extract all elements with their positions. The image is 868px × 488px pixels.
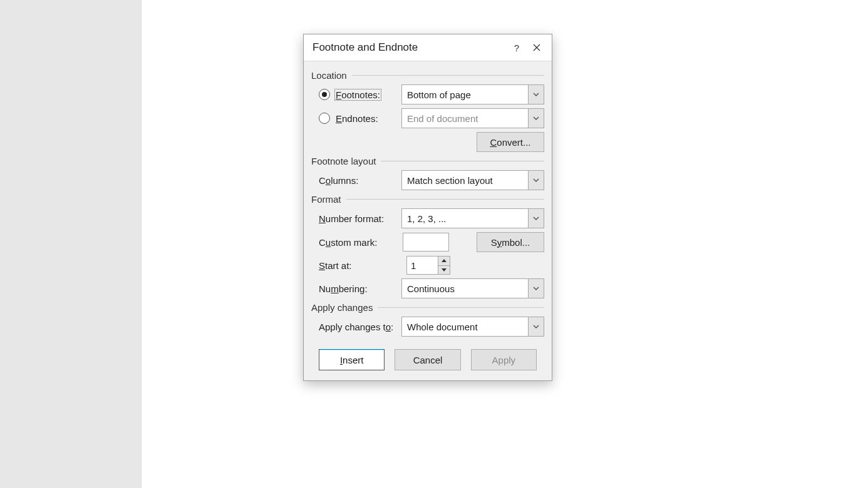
dialog-title: Footnote and Endnote xyxy=(313,41,507,54)
group-format-label: Format xyxy=(311,194,341,205)
chevron-down-icon xyxy=(533,216,539,220)
dialog-footer: Insert Cancel Apply xyxy=(311,340,544,373)
custom-mark-label: Custom mark: xyxy=(319,237,377,248)
spin-down-button[interactable] xyxy=(438,266,450,275)
footnotes-radio-label[interactable]: Footnotes: xyxy=(334,89,381,101)
footnote-endnote-dialog: Footnote and Endnote ? Location Footnote… xyxy=(303,34,552,381)
endnotes-radio-label[interactable]: Endnotes: xyxy=(334,113,380,125)
divider xyxy=(352,75,544,76)
number-format-value: 1, 2, 3, ... xyxy=(402,209,528,228)
page-margin-strip xyxy=(0,0,142,488)
chevron-down-icon xyxy=(533,287,539,290)
dropdown-button[interactable] xyxy=(528,171,544,190)
divider xyxy=(346,199,544,200)
start-at-value[interactable]: 1 xyxy=(407,257,438,274)
start-at-spinner[interactable]: 1 xyxy=(406,256,450,275)
group-apply-changes: Apply changes xyxy=(311,302,544,313)
divider xyxy=(381,161,544,161)
triangle-down-icon xyxy=(442,268,447,272)
triangle-up-icon xyxy=(442,259,447,262)
dropdown-button[interactable] xyxy=(528,209,544,228)
close-button[interactable] xyxy=(527,38,547,58)
dialog-title-bar: Footnote and Endnote ? xyxy=(304,34,552,61)
columns-value: Match section layout xyxy=(402,171,528,190)
numbering-combo[interactable]: Continuous xyxy=(401,278,544,298)
group-location-label: Location xyxy=(311,70,347,81)
symbol-button[interactable]: Symbol... xyxy=(477,232,544,252)
footnotes-location-combo[interactable]: Bottom of page xyxy=(401,84,544,104)
convert-button[interactable]: Convert... xyxy=(477,132,544,152)
footnotes-location-value: Bottom of page xyxy=(402,85,528,104)
endnotes-location-combo: End of document xyxy=(401,108,544,128)
dropdown-button[interactable] xyxy=(528,317,544,336)
insert-button[interactable]: Insert xyxy=(319,349,385,370)
help-button[interactable]: ? xyxy=(507,38,527,58)
group-footnote-layout: Footnote layout xyxy=(311,156,544,166)
divider xyxy=(378,307,544,308)
group-location: Location xyxy=(311,70,544,81)
numbering-label: Numbering: xyxy=(319,283,368,294)
dropdown-button[interactable] xyxy=(528,279,544,298)
start-at-label: Start at: xyxy=(319,260,352,271)
help-icon: ? xyxy=(514,43,519,53)
group-apply-changes-label: Apply changes xyxy=(311,302,373,313)
chevron-down-icon xyxy=(533,325,539,328)
cancel-button[interactable]: Cancel xyxy=(395,349,460,370)
group-format: Format xyxy=(311,194,544,205)
close-icon xyxy=(532,43,541,52)
number-format-label: Number format: xyxy=(319,213,384,224)
number-format-combo[interactable]: 1, 2, 3, ... xyxy=(401,208,544,228)
chevron-down-icon xyxy=(533,178,539,182)
dropdown-button xyxy=(528,109,544,128)
apply-changes-to-label: Apply changes to: xyxy=(319,322,393,332)
columns-label: Columns: xyxy=(319,175,358,186)
apply-changes-to-combo[interactable]: Whole document xyxy=(401,317,544,337)
apply-changes-to-value: Whole document xyxy=(402,317,528,336)
columns-combo[interactable]: Match section layout xyxy=(401,170,544,190)
dropdown-button[interactable] xyxy=(528,85,544,104)
custom-mark-input[interactable] xyxy=(403,233,449,252)
chevron-down-icon xyxy=(533,93,539,96)
spin-up-button[interactable] xyxy=(438,257,450,266)
footnotes-radio[interactable] xyxy=(319,89,330,100)
group-footnote-layout-label: Footnote layout xyxy=(311,156,376,166)
endnotes-radio[interactable] xyxy=(319,113,330,124)
chevron-down-icon xyxy=(533,116,539,120)
apply-button: Apply xyxy=(471,349,537,370)
numbering-value: Continuous xyxy=(402,279,528,298)
endnotes-location-value: End of document xyxy=(402,109,528,128)
